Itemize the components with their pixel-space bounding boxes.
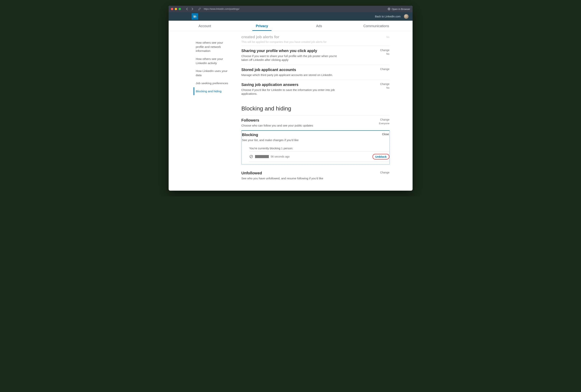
- setting-stored-accounts[interactable]: Stored job applicant accounts Manage whi…: [242, 65, 390, 80]
- setting-title: Followers: [242, 118, 374, 123]
- change-link[interactable]: Change: [374, 171, 390, 174]
- faded-prev-setting: created job alerts for This will be appl…: [242, 35, 390, 46]
- titlebar: https://www.linkedin.com/psettings/ Open…: [169, 6, 412, 12]
- tab-account[interactable]: Account: [176, 21, 234, 31]
- content-area: How others see your profile and network …: [169, 31, 412, 191]
- change-link[interactable]: Change: [374, 82, 390, 86]
- setting-title: Sharing your profile when you click appl…: [242, 49, 374, 53]
- blocked-time: 56 seconds ago: [271, 155, 290, 158]
- open-in-browser-label: Open in Browser: [392, 8, 410, 10]
- globe-icon: [388, 7, 390, 10]
- minimize-window-button[interactable]: [175, 8, 177, 10]
- blocked-person-row: 56 seconds ago Unblock: [249, 152, 390, 162]
- linkedin-logo[interactable]: in: [192, 13, 198, 20]
- browser-window: https://www.linkedin.com/psettings/ Open…: [169, 6, 412, 191]
- back-to-linkedin-link[interactable]: Back to LinkedIn.com: [375, 15, 401, 18]
- setting-followers[interactable]: Followers Choose who can follow you and …: [242, 115, 390, 130]
- chevron-left-icon: [186, 8, 188, 10]
- tabs-bar: Account Privacy Ads Communications: [169, 21, 412, 31]
- svg-line-2: [250, 156, 252, 158]
- faded-title: created job alerts for: [242, 35, 374, 39]
- faded-value: No: [374, 36, 390, 38]
- sidebar-item-activity-visibility[interactable]: How others see your LinkedIn activity: [194, 55, 234, 67]
- header-right: Back to LinkedIn.com: [375, 14, 409, 19]
- tab-privacy[interactable]: Privacy: [234, 21, 290, 31]
- logo-text: in: [194, 14, 196, 18]
- blocked-icon: [249, 155, 253, 159]
- close-link[interactable]: Close: [374, 133, 389, 136]
- blocked-person-name-redacted: [255, 155, 269, 158]
- sidebar-item-blocking[interactable]: Blocking and hiding: [194, 87, 234, 95]
- setting-title: Blocking: [242, 133, 374, 137]
- sidebar-item-job-seeking[interactable]: Job seeking preferences: [194, 79, 234, 87]
- setting-title: Saving job application answers: [242, 82, 374, 87]
- main-column: created job alerts for This will be appl…: [238, 35, 412, 191]
- setting-desc: Manage which third party job applicant a…: [242, 73, 337, 77]
- setting-desc: Choose who can follow you and see your p…: [242, 124, 337, 128]
- setting-desc: Choose if you'd like for LinkedIn to sav…: [242, 88, 337, 96]
- sidebar: How others see your profile and network …: [169, 35, 238, 191]
- open-in-browser-button[interactable]: Open in Browser: [388, 7, 410, 10]
- setting-value: No: [374, 86, 390, 89]
- setting-saving-answers[interactable]: Saving job application answers Choose if…: [242, 80, 390, 99]
- change-link[interactable]: Change: [374, 118, 390, 121]
- sidebar-item-profile-visibility[interactable]: How others see your profile and network …: [194, 39, 234, 55]
- setting-desc: Choose if you want to share your full pr…: [242, 54, 337, 62]
- nav-arrows: [185, 7, 195, 11]
- setting-sharing-profile[interactable]: Sharing your profile when you click appl…: [242, 46, 390, 65]
- url-bar[interactable]: https://www.linkedin.com/psettings/: [203, 8, 386, 10]
- unblock-button[interactable]: Unblock: [372, 154, 389, 160]
- avatar[interactable]: [404, 14, 409, 19]
- setting-title: Unfollowed: [242, 171, 374, 175]
- section-heading-blocking: Blocking and hiding: [242, 105, 390, 112]
- window-controls: [171, 8, 181, 10]
- setting-value: No: [374, 52, 390, 55]
- blocked-count-label: You're currently blocking 1 person:: [249, 147, 390, 152]
- setting-title: Stored job applicant accounts: [242, 68, 374, 72]
- setting-desc: See your list, and make changes if you'd…: [242, 138, 338, 142]
- sidebar-item-data-usage[interactable]: How LinkedIn uses your data: [194, 67, 234, 79]
- setting-desc: See who you have unfollowed, and resume …: [242, 177, 337, 180]
- change-link[interactable]: Change: [374, 49, 390, 52]
- tab-communications[interactable]: Communications: [348, 21, 405, 31]
- link-icon: [198, 7, 201, 11]
- chevron-right-icon: [192, 8, 193, 10]
- faded-desc: This will be applied for companies that …: [242, 40, 374, 43]
- maximize-window-button[interactable]: [178, 8, 181, 10]
- tab-ads[interactable]: Ads: [290, 21, 348, 31]
- forward-button[interactable]: [190, 7, 195, 11]
- app-header: in Back to LinkedIn.com: [169, 12, 412, 21]
- close-window-button[interactable]: [171, 8, 173, 10]
- setting-value: Everyone: [374, 122, 390, 125]
- back-button[interactable]: [185, 7, 189, 11]
- blocked-list: You're currently blocking 1 person: 56 s…: [249, 147, 390, 162]
- setting-blocking-expanded: Blocking See your list, and make changes…: [242, 130, 390, 165]
- change-link[interactable]: Change: [374, 68, 390, 71]
- setting-unfollowed[interactable]: Unfollowed See who you have unfollowed, …: [242, 168, 390, 183]
